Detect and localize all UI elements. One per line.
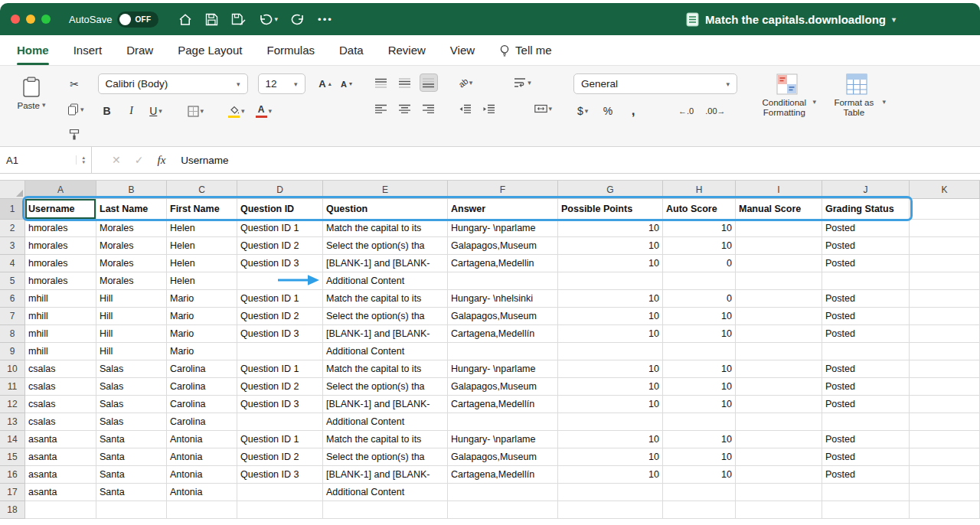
cell-C9[interactable]: Mario — [167, 343, 237, 360]
cell-D11[interactable]: Question ID 2 — [237, 378, 323, 396]
cell-A10[interactable]: csalas — [25, 360, 96, 378]
cell-A1[interactable]: Username — [25, 199, 96, 220]
cell-D3[interactable]: Question ID 2 — [237, 237, 323, 255]
cell-J9[interactable] — [822, 343, 910, 360]
cell-I12[interactable] — [736, 396, 822, 413]
close-window-button[interactable] — [11, 15, 20, 24]
cell-G17[interactable] — [558, 484, 663, 501]
cell-H4[interactable]: 0 — [663, 255, 736, 272]
cell-K7[interactable] — [910, 308, 980, 325]
cell-B6[interactable]: Hill — [96, 290, 167, 308]
cell-D7[interactable]: Question ID 2 — [237, 308, 323, 325]
cell-H6[interactable]: 0 — [663, 290, 736, 308]
cell-H10[interactable]: 10 — [663, 360, 736, 378]
cell-J7[interactable]: Posted — [822, 308, 910, 325]
cell-D18[interactable] — [237, 501, 323, 519]
cell-B15[interactable]: Santa — [96, 448, 167, 466]
cell-J11[interactable]: Posted — [822, 378, 910, 396]
comma-format-button[interactable]: , — [624, 102, 642, 120]
tab-tell-me[interactable]: Tell me — [499, 35, 552, 65]
save-button[interactable] — [205, 13, 218, 26]
cell-A4[interactable]: hmorales — [25, 255, 96, 272]
cell-H18[interactable] — [663, 501, 736, 519]
column-header-B[interactable]: B — [96, 181, 167, 199]
cell-A11[interactable]: csalas — [25, 378, 96, 396]
cell-K16[interactable] — [910, 466, 980, 484]
cell-A7[interactable]: mhill — [25, 308, 96, 325]
insert-function-icon[interactable]: fx — [157, 154, 165, 167]
cell-J1[interactable]: Grading Status — [822, 199, 910, 220]
cell-H2[interactable]: 10 — [663, 220, 736, 237]
cell-A14[interactable]: asanta — [25, 431, 96, 448]
cell-E14[interactable]: Match the capital to its — [323, 431, 448, 448]
cell-E10[interactable]: Match the capital to its — [323, 360, 448, 378]
row-header-15[interactable]: 15 — [0, 448, 25, 466]
cell-A5[interactable]: hmorales — [25, 272, 96, 290]
cell-D1[interactable]: Question ID — [237, 199, 323, 220]
undo-button[interactable]: ▾ — [259, 13, 279, 25]
cell-I6[interactable] — [736, 290, 822, 308]
row-header-2[interactable]: 2 — [0, 220, 25, 237]
font-color-button[interactable]: A ▾ — [253, 102, 275, 120]
merge-center-button[interactable]: ▾ — [532, 99, 555, 118]
cell-K9[interactable] — [910, 343, 980, 360]
zoom-window-button[interactable] — [41, 15, 51, 24]
cell-E2[interactable]: Match the capital to its — [323, 220, 448, 237]
cell-E13[interactable]: Additional Content — [323, 413, 448, 431]
cell-G1[interactable]: Possible Points — [558, 199, 663, 220]
cell-F5[interactable] — [448, 272, 558, 290]
cell-F13[interactable] — [448, 413, 558, 431]
cell-C14[interactable]: Antonia — [167, 431, 237, 448]
cell-F17[interactable] — [448, 484, 558, 501]
cell-E1[interactable]: Question — [323, 199, 448, 220]
cell-K11[interactable] — [910, 378, 980, 396]
cell-G18[interactable] — [558, 501, 663, 519]
cell-I5[interactable] — [736, 272, 822, 290]
column-header-F[interactable]: F — [448, 181, 558, 199]
cell-C2[interactable]: Helen — [167, 220, 237, 237]
cell-A18[interactable] — [25, 501, 96, 519]
cell-G3[interactable]: 10 — [558, 237, 663, 255]
cell-B5[interactable]: Morales — [96, 272, 167, 290]
cell-I16[interactable] — [736, 466, 822, 484]
cell-D5[interactable] — [237, 272, 323, 290]
increase-font-size-button[interactable]: A▴ — [316, 75, 335, 93]
cell-D9[interactable] — [237, 343, 323, 360]
home-button[interactable] — [178, 13, 192, 26]
cell-I3[interactable] — [736, 237, 822, 255]
cell-K18[interactable] — [910, 501, 980, 519]
cell-G2[interactable]: 10 — [558, 220, 663, 237]
conditional-formatting-button[interactable]: Conditional Formatting ▾ — [758, 73, 816, 118]
name-box-stepper[interactable]: ▴ ▾ — [76, 155, 85, 165]
cell-J5[interactable] — [822, 272, 910, 290]
row-header-11[interactable]: 11 — [0, 378, 25, 396]
align-middle-button[interactable] — [396, 73, 414, 92]
bold-button[interactable]: B — [98, 102, 116, 120]
cell-J6[interactable]: Posted — [822, 290, 910, 308]
cell-E11[interactable]: Select the option(s) tha — [323, 378, 448, 396]
row-header-18[interactable]: 18 — [0, 501, 25, 519]
cell-B7[interactable]: Hill — [96, 308, 167, 325]
cell-D13[interactable] — [237, 413, 323, 431]
tab-insert[interactable]: Insert — [74, 35, 103, 65]
row-header-5[interactable]: 5 — [0, 272, 25, 290]
more-commands-button[interactable]: ••• — [318, 14, 333, 25]
redo-button[interactable] — [291, 13, 305, 25]
orientation-button[interactable]: ab ▾ — [456, 73, 475, 92]
cell-G5[interactable] — [558, 272, 663, 290]
tab-data[interactable]: Data — [339, 35, 364, 65]
cell-G6[interactable]: 10 — [558, 290, 663, 308]
cell-B17[interactable]: Santa — [96, 484, 167, 501]
cell-F3[interactable]: Galapagos,Museum — [448, 237, 558, 255]
cell-K6[interactable] — [910, 290, 980, 308]
cell-K5[interactable] — [910, 272, 980, 290]
cell-B2[interactable]: Morales — [96, 220, 167, 237]
align-bottom-button[interactable] — [420, 73, 438, 92]
column-header-H[interactable]: H — [663, 181, 736, 199]
cell-E17[interactable]: Additional Content — [323, 484, 448, 501]
copy-button[interactable]: ▾ — [65, 100, 87, 119]
row-header-4[interactable]: 4 — [0, 255, 25, 272]
row-header-3[interactable]: 3 — [0, 237, 25, 255]
tab-review[interactable]: Review — [388, 35, 426, 65]
cell-J14[interactable]: Posted — [822, 431, 910, 448]
